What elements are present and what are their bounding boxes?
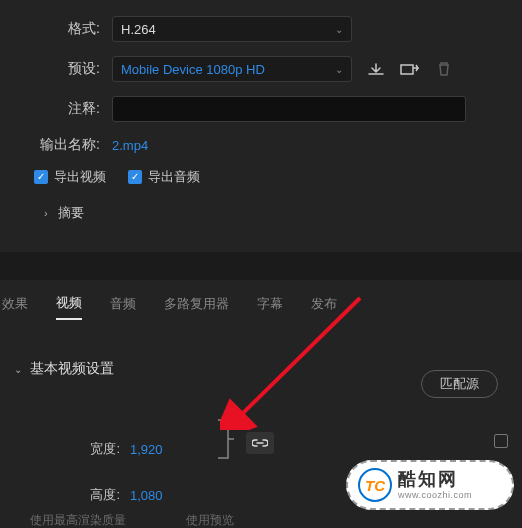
tab-subtitle[interactable]: 字幕 — [257, 295, 283, 319]
height-value[interactable]: 1,080 — [130, 488, 163, 503]
chevron-down-icon: ⌄ — [335, 24, 343, 35]
comment-input[interactable] — [112, 96, 466, 122]
tab-publish[interactable]: 发布 — [311, 295, 337, 319]
svg-rect-0 — [401, 65, 413, 74]
export-audio-label: 导出音频 — [148, 168, 200, 186]
delete-preset-icon — [434, 61, 454, 77]
watermark: TC 酷知网 www.coozhi.com — [346, 460, 514, 510]
export-audio-checkbox[interactable]: ✓ 导出音频 — [128, 168, 200, 186]
bottom-opt-a: 使用最高渲染质量 — [30, 512, 126, 528]
preset-row: 预设: Mobile Device 1080p HD ⌄ — [0, 56, 522, 82]
export-video-checkbox[interactable]: ✓ 导出视频 — [34, 168, 106, 186]
tab-bar: 效果 视频 音频 多路复用器 字幕 发布 — [0, 280, 522, 334]
match-source-button[interactable]: 匹配源 — [421, 370, 498, 398]
bottom-opt-b: 使用预览 — [186, 512, 234, 528]
save-preset-icon[interactable] — [366, 61, 386, 77]
watermark-text: 酷知网 www.coozhi.com — [398, 469, 472, 501]
format-label: 格式: — [34, 20, 112, 38]
watermark-logo: TC — [358, 468, 392, 502]
export-video-label: 导出视频 — [54, 168, 106, 186]
output-name-label: 输出名称: — [34, 136, 112, 154]
format-row: 格式: H.264 ⌄ — [0, 16, 522, 42]
section-title: 基本视频设置 — [30, 360, 114, 378]
watermark-url: www.coozhi.com — [398, 490, 472, 501]
import-preset-icon[interactable] — [400, 61, 420, 77]
format-dropdown[interactable]: H.264 ⌄ — [112, 16, 352, 42]
link-bracket-icon — [214, 414, 238, 464]
height-label: 高度: — [66, 486, 130, 504]
comment-row: 注释: — [0, 96, 522, 122]
summary-label: 摘要 — [58, 204, 84, 222]
width-label: 宽度: — [66, 440, 130, 458]
export-settings-top: 格式: H.264 ⌄ 预设: Mobile Device 1080p HD ⌄… — [0, 0, 522, 240]
preset-dropdown[interactable]: Mobile Device 1080p HD ⌄ — [112, 56, 352, 82]
match-source-checkbox[interactable] — [494, 434, 508, 448]
watermark-cn: 酷知网 — [398, 469, 472, 491]
tab-effects[interactable]: 效果 — [2, 295, 28, 319]
summary-toggle[interactable]: › 摘要 — [0, 204, 522, 222]
output-name-value[interactable]: 2.mp4 — [112, 138, 148, 153]
tab-multiplexer[interactable]: 多路复用器 — [164, 295, 229, 319]
chevron-right-icon: › — [44, 207, 48, 219]
bottom-checkboxes: 使用最高渲染质量 使用预览 — [0, 512, 522, 528]
preset-icons — [366, 61, 454, 77]
comment-label: 注释: — [34, 100, 112, 118]
export-checkboxes: ✓ 导出视频 ✓ 导出音频 — [0, 168, 522, 186]
tab-video[interactable]: 视频 — [56, 294, 82, 320]
chevron-down-icon: ⌄ — [335, 64, 343, 75]
preset-label: 预设: — [34, 60, 112, 78]
preset-value: Mobile Device 1080p HD — [121, 62, 265, 77]
link-dimensions-button[interactable] — [246, 432, 274, 454]
chevron-down-icon: ⌄ — [14, 364, 22, 375]
check-icon: ✓ — [34, 170, 48, 184]
output-name-row: 输出名称: 2.mp4 — [0, 136, 522, 154]
panel-divider — [0, 252, 522, 280]
check-icon: ✓ — [128, 170, 142, 184]
tab-audio[interactable]: 音频 — [110, 295, 136, 319]
format-value: H.264 — [121, 22, 156, 37]
width-value[interactable]: 1,920 — [130, 442, 163, 457]
